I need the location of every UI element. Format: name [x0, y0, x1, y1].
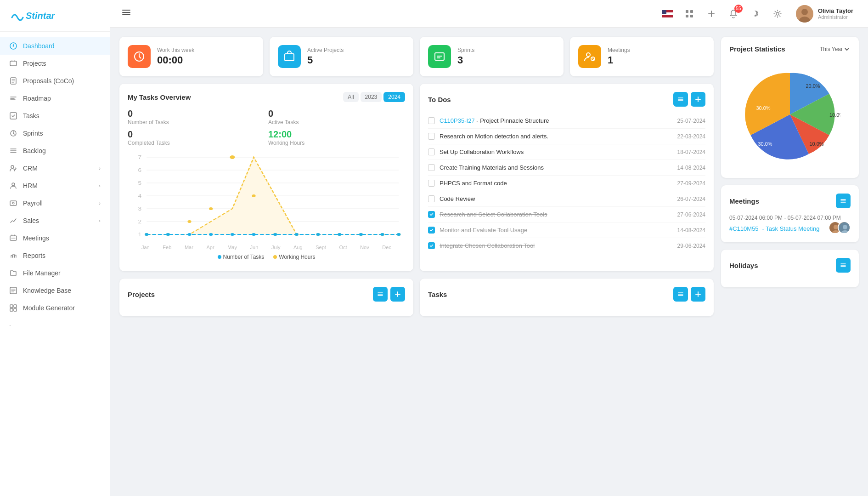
holidays-title: Holidays	[729, 262, 758, 269]
sidebar-label-knowledge-base: Knowledge Base	[23, 287, 71, 294]
sidebar-item-payroll[interactable]: Payroll ›	[0, 194, 110, 212]
user-name: Olivia Taylor	[818, 7, 853, 14]
module-generator-icon	[9, 304, 17, 312]
hamburger-button[interactable]	[121, 7, 131, 20]
svg-point-62	[166, 233, 170, 236]
sidebar-item-meetings[interactable]: Meetings	[0, 229, 110, 247]
sidebar-item-tasks[interactable]: Tasks	[0, 107, 110, 125]
sidebar-item-roadmap[interactable]: Roadmap	[0, 90, 110, 107]
sidebar-item-sales[interactable]: Sales ›	[0, 212, 110, 229]
sidebar-item-dashboard[interactable]: Dashboard	[0, 37, 110, 55]
svg-point-26	[801, 9, 808, 15]
svg-point-6	[11, 165, 14, 168]
apps-icon[interactable]	[682, 6, 697, 21]
stat-info-work: Work this week 00:00	[157, 47, 194, 66]
svg-point-71	[359, 233, 363, 236]
todo-link-0[interactable]: C110P35-I27	[440, 117, 475, 124]
todo-item-5: Code Review 26-07-2024	[428, 191, 705, 207]
svg-point-61	[145, 233, 148, 236]
todos-add-btn[interactable]	[691, 92, 705, 107]
notification-icon[interactable]: 55	[726, 6, 741, 21]
completed-tasks-stat: 0 Completed Tasks	[128, 129, 265, 146]
tasks-add-btn[interactable]	[691, 287, 705, 302]
filter-all-btn[interactable]: All	[343, 92, 358, 102]
task-filters: All 2023 2024	[343, 92, 405, 102]
todo-checkbox-3[interactable]	[428, 164, 435, 171]
svg-point-31	[586, 53, 590, 57]
svg-text:3: 3	[138, 206, 142, 212]
todo-checkbox-5[interactable]	[428, 195, 435, 202]
svg-rect-15	[14, 308, 17, 311]
svg-text:4: 4	[138, 194, 142, 199]
project-stats-filter[interactable]: This Year	[818, 46, 851, 53]
todo-item-8: Integrate Chosen Collaboration Tool 29-0…	[428, 238, 705, 253]
sidebar-item-knowledge-base[interactable]: Knowledge Base	[0, 282, 110, 299]
todo-date-1: 22-03-2024	[677, 133, 705, 140]
flag-icon[interactable]	[660, 6, 675, 21]
add-icon[interactable]	[704, 6, 719, 21]
todo-checkbox-0[interactable]	[428, 117, 435, 124]
user-menu[interactable]: Olivia Taylor Administrator	[792, 3, 857, 24]
content-right: Project Statistics This Year	[721, 37, 859, 487]
todo-checkbox-6[interactable]	[428, 211, 435, 218]
sidebar-item-proposals[interactable]: Proposals (CoCo)	[0, 72, 110, 90]
month-oct: Oct	[339, 245, 347, 250]
svg-point-63	[187, 233, 191, 236]
todo-item-0: C110P35-I27 - Project Pinnacle Structure…	[428, 113, 705, 129]
meetings-list-btn[interactable]	[836, 194, 851, 208]
hrm-chevron: ›	[99, 183, 101, 188]
sidebar-label-hrm: HRM	[23, 182, 38, 189]
filter-2023-btn[interactable]: 2023	[361, 92, 382, 102]
tasks-actions	[673, 287, 705, 302]
sidebar-item-sprints[interactable]: Sprints	[0, 125, 110, 142]
todo-date-0: 25-07-2024	[677, 118, 705, 124]
todos-list-btn[interactable]	[673, 92, 688, 107]
header-left	[121, 7, 131, 20]
sidebar-label-reports: Reports	[23, 252, 45, 259]
tasks-list-btn[interactable]	[673, 287, 688, 302]
holidays-list-btn[interactable]	[836, 258, 851, 273]
sidebar-item-module-generator[interactable]: Module Generator	[0, 299, 110, 317]
project-stats-card: Project Statistics This Year	[721, 37, 859, 178]
sidebar-item-hrm[interactable]: HRM ›	[0, 177, 110, 194]
settings-icon[interactable]	[770, 6, 785, 21]
sidebar-item-backlog[interactable]: Backlog	[0, 142, 110, 160]
stat-cards: Work this week 00:00 Active Projects 5	[119, 37, 714, 76]
projects-value: 5	[307, 54, 344, 66]
svg-point-73	[397, 233, 400, 236]
sidebar-label-file-manager: File Manager	[23, 269, 61, 277]
todo-checkbox-2[interactable]	[428, 148, 435, 155]
pie-svg: 20.0% 10.0% 10.0% 30.0% 30.0%	[739, 64, 840, 165]
projects-label: Active Projects	[307, 47, 344, 53]
svg-point-7	[12, 183, 15, 186]
sidebar-item-misc[interactable]: -	[0, 317, 110, 333]
sidebar-item-projects[interactable]: Projects	[0, 55, 110, 72]
sidebar-label-meetings: Meetings	[23, 234, 49, 242]
sidebar-item-crm[interactable]: CRM ›	[0, 160, 110, 177]
tasks-card-title: Tasks	[428, 291, 447, 298]
stat-info-sprints: Sprints 3	[457, 47, 474, 66]
projects-card: Projects	[119, 279, 413, 316]
crm-chevron: ›	[99, 165, 101, 171]
todo-checkbox-4[interactable]	[428, 180, 435, 187]
hours-legend-dot	[273, 255, 277, 259]
todo-text-5: Code Review	[440, 195, 673, 202]
todo-checkbox-1[interactable]	[428, 133, 435, 140]
sales-icon	[9, 217, 17, 225]
projects-add-btn[interactable]	[390, 287, 405, 302]
theme-icon[interactable]	[748, 6, 763, 21]
todo-date-5: 26-07-2024	[677, 196, 705, 202]
sidebar-item-file-manager[interactable]: File Manager	[0, 264, 110, 282]
bottom-row: Projects Tasks	[119, 279, 714, 316]
todo-checkbox-7[interactable]	[428, 227, 435, 234]
filter-2024-btn[interactable]: 2024	[383, 92, 405, 102]
sidebar-item-reports[interactable]: Reports	[0, 247, 110, 264]
meeting-link-0[interactable]: #C110M55	[729, 225, 759, 232]
todo-text-8: Integrate Chosen Collaboration Tool	[440, 242, 673, 249]
svg-text:30.0%: 30.0%	[758, 141, 772, 147]
projects-list-btn[interactable]	[373, 287, 388, 302]
stat-card-work: Work this week 00:00	[119, 37, 263, 76]
todo-checkbox-8[interactable]	[428, 242, 435, 249]
tasks-overview-header: My Tasks Overview All 2023 2024	[128, 92, 405, 102]
meetings-stat-icon	[578, 45, 601, 68]
